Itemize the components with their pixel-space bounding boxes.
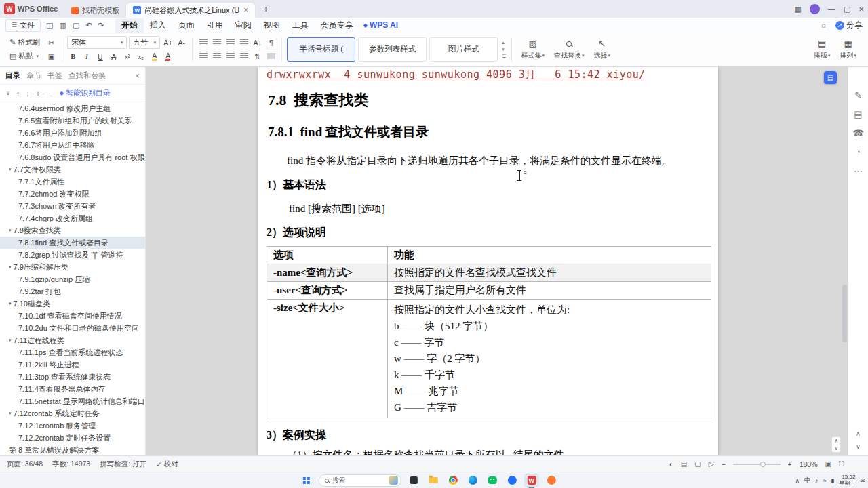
toc-item[interactable]: ▾ 7.11.4查看服务器总体内存: [0, 383, 145, 395]
task-view-button[interactable]: [406, 474, 421, 487]
collapse-arrow-icon[interactable]: ▾: [9, 264, 12, 270]
decrease-indent-icon[interactable]: [224, 37, 236, 48]
numbered-list-icon[interactable]: [211, 37, 222, 48]
gallery-down-icon[interactable]: ▾: [502, 47, 506, 52]
user-avatar[interactable]: [810, 4, 820, 14]
menu-tab[interactable]: 视图: [258, 18, 286, 33]
file-explorer-button[interactable]: [426, 474, 441, 487]
read-mode-icon[interactable]: ▤: [681, 460, 687, 468]
taskbar-search[interactable]: 搜索: [319, 474, 401, 487]
taskbar-clock[interactable]: 15:52 星期三: [839, 474, 855, 486]
expand-icon[interactable]: +: [36, 89, 40, 98]
phone-icon[interactable]: ☎: [852, 128, 863, 138]
save-icon[interactable]: ◫: [46, 21, 53, 30]
gallery-up-icon[interactable]: ▴: [502, 40, 506, 45]
toc-item[interactable]: ▾ 7.7.1文件属性: [0, 176, 145, 188]
decrease-font-icon[interactable]: A-: [176, 37, 187, 48]
close-tab-icon[interactable]: ×: [243, 5, 248, 15]
toc-item[interactable]: ▾ 7.7.4chgrp 改变所属组: [0, 212, 145, 224]
italic-icon[interactable]: I: [81, 51, 92, 62]
arrange-button[interactable]: ▦ 排列▾: [835, 39, 861, 60]
cut-icon[interactable]: ✂: [45, 37, 57, 48]
notes-icon[interactable]: ▤: [854, 109, 862, 119]
toc-item[interactable]: ▾ 7.7文件权限类: [0, 163, 145, 176]
toc-item[interactable]: ▾ 7.9压缩和解压类: [0, 261, 145, 273]
pen-icon[interactable]: ✎: [854, 90, 862, 100]
toc-item[interactable]: ▾ 7.6.6将用户添加到附加组: [0, 127, 145, 139]
history-icon[interactable]: ◔: [856, 147, 861, 157]
justify-icon[interactable]: [238, 50, 250, 62]
toc-item[interactable]: ▾ 7.10.1df 查看磁盘空间使用情况: [0, 310, 145, 322]
hidden-icons-chevron[interactable]: ∧: [795, 477, 800, 484]
bullet-list-icon[interactable]: [197, 37, 209, 48]
zoom-out-button[interactable]: −: [721, 460, 725, 468]
highlight-color-icon[interactable]: A: [152, 52, 157, 61]
toc-item[interactable]: ▾ 7.12.2crontab 定时任务设置: [0, 432, 145, 444]
close-button[interactable]: ×: [859, 4, 864, 14]
zoom-slider-thumb[interactable]: [760, 462, 766, 467]
volume-icon[interactable]: ♪: [815, 477, 818, 484]
copy-icon[interactable]: ▣: [45, 50, 57, 62]
toc-item[interactable]: ▾ 7.7.2chmod 改变权限: [0, 188, 145, 200]
toc-item[interactable]: ▾ 7.7.3chown 改变所有者: [0, 200, 145, 212]
increase-indent-icon[interactable]: [238, 37, 250, 48]
font-color-icon[interactable]: A: [165, 52, 170, 61]
new-tab-button[interactable]: +: [259, 4, 273, 14]
collapse-arrow-icon[interactable]: ▾: [9, 338, 12, 343]
scrollbar-thumb[interactable]: [842, 285, 847, 342]
wechat-button[interactable]: [485, 474, 500, 487]
print-preview-icon[interactable]: ▢: [73, 21, 79, 30]
smart-toc-button[interactable]: ◆ 智能识别目录: [60, 88, 111, 98]
page-mode-icon[interactable]: ▢: [694, 460, 701, 468]
toc-item[interactable]: ▾ 7.6.7将用户从组中移除: [0, 139, 145, 151]
select-button[interactable]: ↖ 选择▾: [589, 39, 616, 60]
toc-item[interactable]: ▾ 7.11.1ps 查看当前系统进程状态: [0, 346, 145, 359]
close-sidebar-icon[interactable]: ×: [135, 71, 140, 81]
style-set-button[interactable]: ▨ 样式集▾: [517, 39, 550, 60]
zoom-in-button[interactable]: +: [788, 460, 792, 468]
fit-width-icon[interactable]: ▣: [825, 460, 831, 468]
strikethrough-icon[interactable]: A: [108, 51, 119, 62]
print-icon[interactable]: ▥: [59, 21, 66, 30]
maximize-button[interactable]: ▢: [844, 5, 850, 14]
align-left-icon[interactable]: [197, 50, 209, 62]
previous-page-button[interactable]: ∧: [834, 438, 838, 444]
font-name-select[interactable]: 宋体 ▾: [67, 36, 127, 49]
sidebar-tab[interactable]: 目录: [5, 70, 20, 81]
strip-up-icon[interactable]: ∧: [856, 430, 861, 437]
style-gallery-item[interactable]: 参数列表样式: [358, 37, 427, 62]
sidebar-tab[interactable]: 查找和替换: [68, 70, 106, 81]
toc-item[interactable]: ▾ 7.10.2du 文件和目录的磁盘使用空间: [0, 322, 145, 334]
toc-item[interactable]: ▾ 7.6.8sudo 设置普通用户具有 root 权限: [0, 151, 145, 163]
undo-icon[interactable]: ↶: [85, 21, 92, 30]
menu-tab[interactable]: 审阅: [229, 18, 258, 33]
network-icon[interactable]: ≈: [823, 477, 827, 484]
start-button[interactable]: [299, 474, 314, 487]
toc-item[interactable]: ▾ 7.9.1gzip/gunzip 压缩: [0, 273, 145, 285]
wps-taskbar-button[interactable]: W: [524, 474, 539, 487]
toc-item[interactable]: ▾ 7.8搜索查找类: [0, 224, 145, 237]
strip-down-icon[interactable]: ∨: [856, 443, 861, 450]
toc-item[interactable]: ▾ 7.12.1crontab 服务管理: [0, 420, 145, 432]
redo-icon[interactable]: ↷: [98, 21, 104, 30]
style-gallery-item[interactable]: 半括号标题 (: [287, 37, 355, 62]
paragraph-mark-icon[interactable]: ¶: [265, 37, 277, 48]
collapse-arrow-icon[interactable]: ▾: [9, 167, 12, 172]
format-painter-button[interactable]: ✎ 格式刷: [7, 37, 43, 48]
fullscreen-icon[interactable]: ⛶: [839, 460, 844, 468]
toc-item[interactable]: ▾ 7.6.5查看附加组和用户的映射关系: [0, 115, 145, 127]
ime-indicator[interactable]: 中: [804, 476, 810, 485]
bold-icon[interactable]: B: [67, 51, 79, 62]
eye-protection-icon[interactable]: ◐: [669, 460, 673, 468]
typeset-button[interactable]: ▤ 排版▾: [809, 39, 835, 60]
chrome-button[interactable]: [446, 474, 460, 487]
next-page-button[interactable]: ∨: [834, 445, 838, 451]
menu-tab[interactable]: 引用: [201, 18, 229, 33]
align-right-icon[interactable]: [224, 50, 236, 62]
more-tools-icon[interactable]: ⋯: [854, 166, 863, 176]
superscript-icon[interactable]: x²: [121, 51, 133, 62]
notifications-icon[interactable]: ✉: [860, 477, 865, 484]
document-area[interactable]: drwxrwxrwx 4 sunwukong sunwukong 4096 3月…: [146, 67, 848, 455]
subscript-icon[interactable]: x₂: [135, 51, 146, 62]
paste-button[interactable]: ▤ 粘贴 ▾: [7, 50, 43, 62]
